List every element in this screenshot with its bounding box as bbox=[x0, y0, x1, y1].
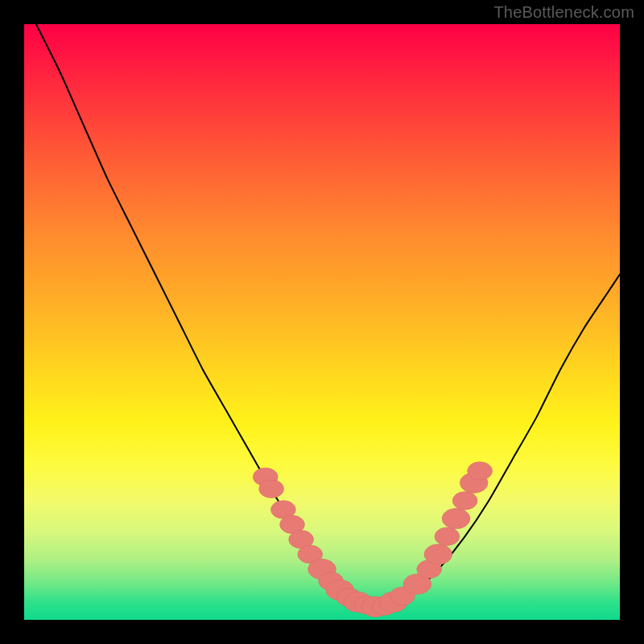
curve-layer bbox=[36, 24, 620, 609]
curve-marker bbox=[424, 544, 452, 564]
curve-marker bbox=[442, 509, 470, 529]
watermark-text: TheBottleneck.com bbox=[493, 3, 634, 22]
plot-area bbox=[24, 24, 620, 620]
bottleneck-curve bbox=[36, 24, 620, 609]
chart-stage: TheBottleneck.com bbox=[0, 0, 644, 644]
marker-layer bbox=[253, 462, 492, 617]
curve-marker bbox=[435, 527, 460, 546]
curve-marker bbox=[259, 480, 284, 498]
chart-svg bbox=[24, 24, 620, 620]
curve-marker bbox=[452, 492, 477, 510]
curve-marker bbox=[468, 462, 493, 481]
